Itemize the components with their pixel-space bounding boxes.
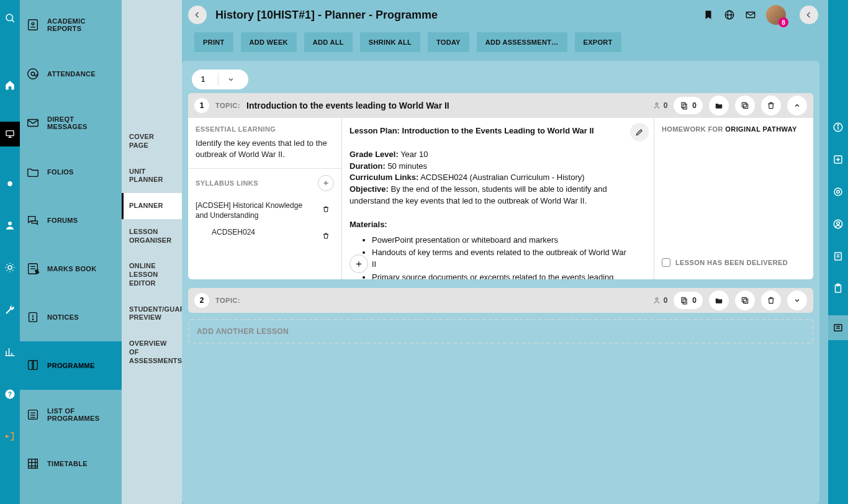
chat-icon bbox=[26, 214, 40, 227]
nav-timetable[interactable]: TIMETABLE bbox=[20, 439, 122, 488]
svg-rect-26 bbox=[28, 120, 38, 127]
sub-overview-assessments[interactable]: OVERVIEW OF ASSESSMENTS bbox=[122, 331, 182, 374]
nav-programme[interactable]: PROGRAMME bbox=[20, 341, 122, 390]
nav-notices[interactable]: NOTICES bbox=[20, 293, 122, 341]
cmd-shrink-all[interactable]: SHRINK ALL bbox=[360, 32, 420, 52]
delivered-checkbox[interactable] bbox=[662, 258, 670, 267]
news-icon[interactable] bbox=[828, 315, 848, 340]
cmd-export[interactable]: EXPORT bbox=[575, 32, 621, 52]
sub-cover-page[interactable]: COVER PAGE bbox=[122, 124, 182, 159]
nav-label: ACADEMIC REPORTS bbox=[47, 17, 115, 32]
collapse-right-button[interactable] bbox=[800, 6, 818, 24]
nav-folios[interactable]: FOLIOS bbox=[20, 148, 122, 196]
sub-lesson-organiser[interactable]: LESSON ORGANISER bbox=[122, 219, 182, 254]
globe-icon[interactable] bbox=[724, 9, 735, 20]
add-syllabus-button[interactable]: ＋ bbox=[318, 175, 334, 191]
svg-line-13 bbox=[7, 270, 7, 271]
cmd-add-assessment[interactable]: ADD ASSESSMENT… bbox=[477, 32, 567, 52]
mention-icon[interactable] bbox=[832, 186, 844, 197]
exit-icon[interactable] bbox=[4, 431, 16, 442]
folder-button[interactable] bbox=[709, 290, 729, 310]
avatar[interactable]: 8 bbox=[766, 5, 786, 25]
edit-button[interactable] bbox=[630, 123, 649, 142]
sub-online-lesson-editor[interactable]: ONLINE LESSON EDITOR bbox=[122, 253, 182, 296]
nav-label: MARKS BOOK bbox=[47, 265, 96, 272]
bookmark-icon[interactable] bbox=[703, 9, 714, 20]
sun-icon[interactable] bbox=[4, 262, 16, 273]
wrench-icon[interactable] bbox=[4, 304, 16, 315]
syllabus-item: [ACDSEH] Historical Knowledge and Unders… bbox=[196, 201, 313, 220]
lesson-number: 2 bbox=[194, 293, 209, 308]
content-panel: 1 1 TOPIC: Introduction to the events le… bbox=[182, 61, 819, 504]
topic-label: TOPIC: bbox=[215, 102, 240, 109]
delete-button[interactable] bbox=[761, 290, 781, 310]
files-chip[interactable]: 0 bbox=[674, 97, 703, 114]
marks-icon: % bbox=[26, 262, 40, 276]
collapse-button[interactable] bbox=[787, 96, 807, 115]
cmd-today[interactable]: TODAY bbox=[428, 32, 469, 52]
at-icon bbox=[26, 67, 40, 81]
svg-rect-38 bbox=[29, 459, 38, 469]
svg-point-33 bbox=[32, 319, 33, 320]
syllabus-row: [ACDSEH] Historical Knowledge and Unders… bbox=[188, 197, 341, 224]
topic-title: Introduction to the events leading to Wo… bbox=[246, 101, 449, 110]
search-icon[interactable] bbox=[4, 12, 16, 24]
add-square-icon[interactable] bbox=[832, 154, 844, 165]
home-icon[interactable] bbox=[4, 79, 16, 91]
report-icon[interactable] bbox=[832, 251, 844, 262]
people-metric: 0 bbox=[652, 101, 668, 110]
nav-marks-book[interactable]: % MARKS BOOK bbox=[20, 245, 122, 293]
back-button[interactable] bbox=[188, 6, 207, 24]
svg-point-59 bbox=[837, 125, 839, 126]
wave-icon[interactable] bbox=[4, 178, 16, 189]
folder-button[interactable] bbox=[709, 96, 729, 115]
week-chip[interactable]: 1 bbox=[192, 70, 248, 89]
user-icon[interactable] bbox=[4, 220, 16, 231]
nav-direqt-messages[interactable]: DIREQT MESSAGES bbox=[20, 98, 122, 148]
icon-rail: ? bbox=[0, 0, 20, 504]
add-another-lesson[interactable]: ADD ANOTHER LESSON bbox=[188, 319, 813, 344]
copy-button[interactable] bbox=[735, 290, 755, 310]
svg-point-63 bbox=[834, 188, 842, 196]
chart-icon[interactable] bbox=[4, 346, 16, 358]
cmd-print[interactable]: PRINT bbox=[194, 32, 233, 52]
svg-rect-55 bbox=[744, 299, 748, 304]
lesson-number: 1 bbox=[194, 98, 209, 113]
help-icon[interactable]: ? bbox=[4, 389, 16, 400]
person-circle-icon[interactable] bbox=[832, 218, 844, 230]
svg-point-25 bbox=[31, 72, 35, 76]
mail-icon[interactable] bbox=[745, 9, 756, 20]
topbar: History [10HIST#1] - Planner - Programme… bbox=[182, 0, 828, 30]
book-icon bbox=[26, 359, 40, 372]
nav-academic-reports[interactable]: ACADEMIC REPORTS bbox=[20, 0, 122, 50]
delete-syllabus-button[interactable] bbox=[318, 201, 334, 217]
lesson-body: ESSENTIAL LEARNING Identify the key even… bbox=[188, 118, 813, 279]
clipboard-icon[interactable] bbox=[832, 283, 844, 294]
svg-line-12 bbox=[12, 270, 13, 271]
nav-list-programmes[interactable]: LIST OF PROGRAMMES bbox=[20, 390, 122, 439]
mail-icon bbox=[26, 116, 40, 130]
chevron-down-icon[interactable] bbox=[227, 76, 243, 83]
board-icon[interactable] bbox=[0, 122, 20, 146]
add-content-button[interactable]: ＋ bbox=[350, 254, 368, 273]
topic-label: TOPIC: bbox=[215, 297, 240, 304]
sub-unit-planner[interactable]: UNIT PLANNER bbox=[122, 159, 182, 194]
expand-button[interactable] bbox=[787, 290, 807, 310]
info-icon[interactable] bbox=[832, 122, 844, 133]
cmd-add-week[interactable]: ADD WEEK bbox=[241, 32, 297, 52]
delivered-row: LESSON HAS BEEN DELIVERED bbox=[654, 258, 813, 274]
delete-button[interactable] bbox=[761, 96, 781, 115]
nav-forums[interactable]: FORUMS bbox=[20, 196, 122, 245]
lesson-plan-text[interactable]: Lesson Plan: Introduction to the Events … bbox=[342, 118, 654, 279]
nav-attendance[interactable]: ATTENDANCE bbox=[20, 50, 122, 98]
list-icon bbox=[26, 408, 40, 421]
svg-rect-50 bbox=[744, 104, 748, 109]
files-chip[interactable]: 0 bbox=[674, 292, 703, 309]
sub-student-guardian-preview[interactable]: STUDENT/GUARDIAN PREVIEW bbox=[122, 297, 182, 331]
nav-label: LIST OF PROGRAMMES bbox=[47, 407, 115, 422]
copy-button[interactable] bbox=[735, 96, 755, 115]
sub-planner[interactable]: PLANNER bbox=[122, 193, 182, 219]
nav-label: DIREQT MESSAGES bbox=[47, 115, 115, 130]
cmd-add-all[interactable]: ADD ALL bbox=[304, 32, 353, 52]
delete-syllabus-code-button[interactable] bbox=[318, 228, 334, 244]
